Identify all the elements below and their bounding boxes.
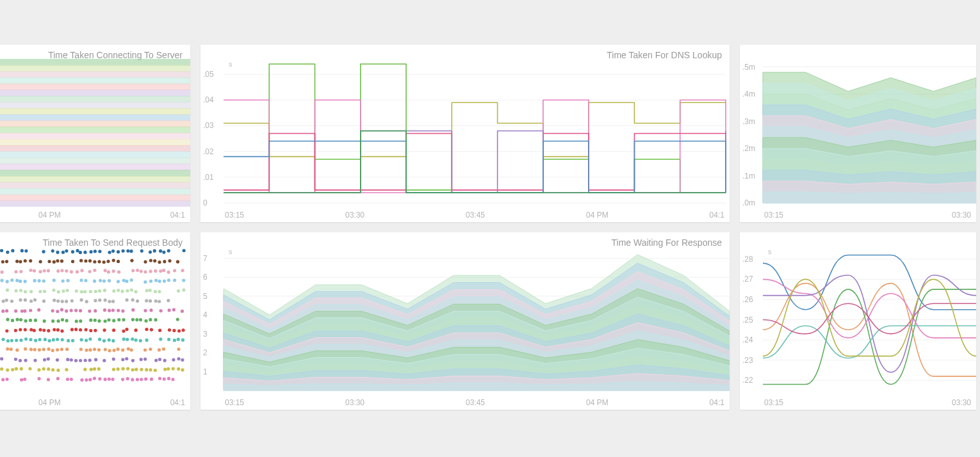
- svg-point-150: [154, 278, 158, 282]
- svg-point-266: [139, 318, 142, 321]
- panel-dns[interactable]: Time Taken For DNS Lookup 0.01.02.03.04.…: [200, 45, 730, 222]
- svg-point-232: [111, 309, 115, 312]
- svg-point-170: [89, 290, 92, 293]
- chart-line-br[interactable]: .22.23.24.25.26.27.28s: [740, 246, 976, 394]
- svg-point-159: [24, 290, 27, 293]
- svg-point-91: [158, 261, 161, 264]
- chart-line-dns[interactable]: 0.01.02.03.04.05s: [200, 59, 730, 207]
- panel-request-body[interactable]: Time Taken To Send Request Body 04 PM04:…: [0, 232, 190, 410]
- svg-point-360: [143, 348, 147, 351]
- svg-rect-20: [0, 182, 190, 189]
- svg-point-262: [117, 318, 120, 321]
- svg-point-260: [107, 318, 110, 321]
- svg-point-415: [140, 368, 143, 371]
- panel-waiting[interactable]: Time Waiting For Response 1234567s 03:15…: [200, 232, 730, 410]
- chart-area-waiting[interactable]: 1234567s: [200, 246, 730, 394]
- svg-point-307: [29, 338, 32, 341]
- svg-point-41: [42, 250, 45, 253]
- svg-point-440: [111, 378, 114, 381]
- svg-point-279: [47, 329, 50, 332]
- svg-point-354: [108, 349, 111, 352]
- svg-point-300: [181, 328, 184, 332]
- svg-point-127: [6, 280, 9, 283]
- svg-rect-10: [0, 120, 190, 127]
- panel-tr[interactable]: .0m.1m.2m.3m.4m.5m 03:1503:30: [740, 45, 976, 222]
- panel-br[interactable]: .22.23.24.25.26.27.28s 03:1503:30: [740, 232, 976, 410]
- svg-point-218: [23, 309, 26, 312]
- svg-point-368: [24, 358, 27, 362]
- svg-point-123: [167, 271, 170, 274]
- svg-point-289: [102, 328, 106, 332]
- chart-area-tr[interactable]: .0m.1m.2m.3m.4m.5m: [740, 59, 976, 207]
- svg-point-344: [51, 349, 54, 352]
- svg-point-223: [60, 308, 63, 311]
- svg-point-155: [182, 278, 185, 282]
- svg-point-275: [29, 328, 33, 332]
- svg-point-324: [122, 337, 126, 341]
- svg-point-301: [1, 338, 4, 341]
- svg-point-353: [104, 348, 107, 351]
- svg-point-220: [37, 309, 40, 312]
- svg-point-122: [162, 269, 165, 272]
- svg-point-166: [65, 289, 69, 292]
- svg-point-448: [158, 377, 161, 380]
- svg-point-377: [84, 358, 87, 362]
- svg-point-81: [93, 260, 96, 263]
- svg-point-295: [150, 328, 153, 331]
- svg-point-75: [56, 259, 59, 262]
- svg-point-163: [52, 289, 55, 292]
- svg-point-389: [163, 359, 167, 362]
- chart-area-connecting[interactable]: [0, 59, 190, 207]
- svg-point-332: [173, 339, 176, 342]
- svg-point-43: [56, 251, 59, 254]
- svg-point-213: [167, 299, 170, 302]
- svg-point-106: [70, 270, 73, 273]
- svg-point-320: [98, 338, 101, 341]
- svg-point-337: [15, 348, 19, 351]
- chart-scatter-request[interactable]: [0, 246, 190, 394]
- svg-point-61: [153, 249, 156, 252]
- svg-point-162: [43, 290, 46, 293]
- svg-point-89: [149, 259, 152, 262]
- svg-point-395: [11, 368, 14, 371]
- svg-point-421: [172, 367, 175, 371]
- svg-point-305: [19, 339, 22, 342]
- svg-point-153: [167, 278, 170, 282]
- svg-point-235: [131, 309, 135, 312]
- svg-point-268: [149, 318, 152, 321]
- svg-point-323: [111, 339, 115, 342]
- svg-point-47: [76, 249, 79, 252]
- svg-point-430: [56, 377, 60, 380]
- svg-point-135: [53, 278, 56, 282]
- svg-point-372: [56, 358, 59, 362]
- svg-point-240: [172, 308, 176, 311]
- svg-point-141: [99, 279, 102, 282]
- svg-point-80: [88, 259, 92, 262]
- svg-point-302: [6, 339, 10, 342]
- svg-point-50: [89, 250, 92, 253]
- svg-point-376: [79, 359, 82, 362]
- svg-point-210: [149, 300, 152, 303]
- svg-point-221: [51, 309, 54, 312]
- svg-point-317: [80, 338, 83, 341]
- svg-point-327: [135, 339, 138, 342]
- svg-point-42: [51, 250, 54, 253]
- svg-point-255: [79, 319, 82, 323]
- svg-point-339: [29, 348, 33, 351]
- svg-point-373: [66, 358, 69, 361]
- svg-point-64: [167, 249, 170, 252]
- svg-point-172: [98, 289, 101, 293]
- svg-point-338: [24, 348, 27, 351]
- svg-point-431: [66, 378, 69, 381]
- panel-connecting[interactable]: Time Taken Connecting To Server 04 PM04:…: [0, 45, 190, 222]
- svg-point-446: [144, 378, 147, 381]
- svg-point-288: [94, 329, 97, 332]
- svg-point-230: [103, 309, 106, 312]
- svg-point-281: [56, 328, 60, 332]
- svg-point-297: [168, 328, 171, 332]
- xaxis-tick: 04:1: [710, 211, 724, 220]
- svg-point-188: [10, 300, 13, 303]
- svg-point-434: [85, 378, 88, 381]
- svg-point-441: [121, 378, 124, 381]
- svg-point-271: [5, 329, 8, 332]
